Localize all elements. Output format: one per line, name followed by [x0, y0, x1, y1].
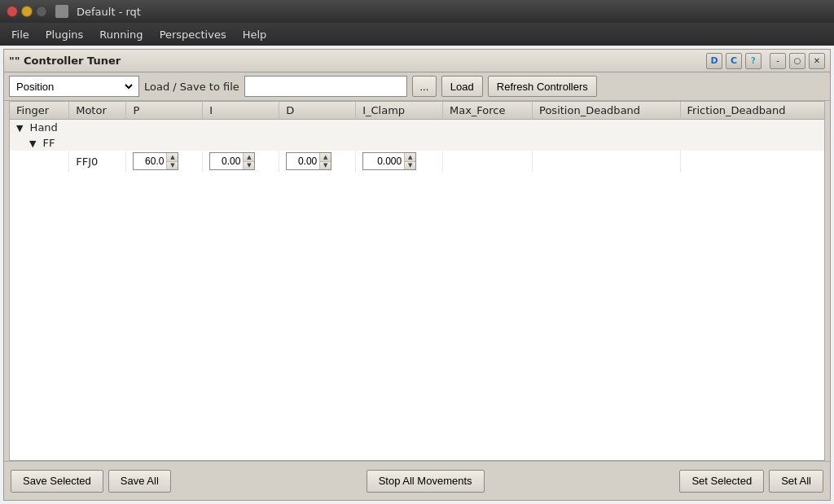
cell-p: ▲ ▼ — [126, 151, 203, 172]
col-motor: Motor — [69, 102, 126, 120]
save-selected-button[interactable]: Save Selected — [11, 470, 103, 493]
cell-finger — [10, 151, 69, 172]
iclamp-arrows: ▲ ▼ — [404, 153, 415, 169]
cell-i: ▲ ▼ — [203, 151, 279, 172]
col-position-deadband: Position_Deadband — [533, 102, 681, 120]
bottom-right-buttons: Set Selected Set All — [679, 470, 823, 493]
d-down-arrow[interactable]: ▼ — [320, 162, 331, 170]
i-spinbox[interactable]: ▲ ▼ — [209, 152, 255, 170]
col-i: I — [203, 102, 279, 120]
iclamp-up-arrow[interactable]: ▲ — [405, 153, 415, 162]
refresh-controllers-button[interactable]: Refresh Controllers — [488, 76, 597, 97]
d-arrows: ▲ ▼ — [319, 153, 331, 169]
app-title-icons: D C ? - ○ ✕ — [706, 53, 825, 69]
window-title: Default - rqt — [77, 6, 141, 18]
c-icon-btn[interactable]: C — [726, 53, 742, 69]
menu-plugins[interactable]: Plugins — [37, 25, 92, 44]
app-title: "" Controller Tuner — [9, 55, 121, 67]
cell-i-clamp: ▲ ▼ — [356, 151, 443, 172]
menu-running[interactable]: Running — [91, 25, 151, 44]
col-i-clamp: I_Clamp — [356, 102, 443, 120]
p-arrows: ▲ ▼ — [166, 153, 178, 169]
p-down-arrow[interactable]: ▼ — [167, 162, 178, 170]
cell-d: ▲ ▼ — [279, 151, 356, 172]
i-down-arrow[interactable]: ▼ — [244, 162, 254, 170]
hand-toggle[interactable]: ▼ — [16, 123, 23, 134]
table-row: FFJ0 ▲ ▼ — [10, 151, 824, 172]
cell-motor: FFJ0 — [69, 151, 126, 172]
app-title-bar: "" Controller Tuner D C ? - ○ ✕ — [4, 50, 830, 72]
set-selected-button[interactable]: Set Selected — [679, 470, 764, 493]
menu-bar: File Plugins Running Perspectives Help — [0, 23, 834, 46]
p-input[interactable] — [134, 153, 166, 169]
table-container: Finger Motor P I D I_Clamp Max_Force Pos… — [9, 101, 825, 461]
close-button[interactable] — [7, 6, 18, 17]
iclamp-input[interactable] — [363, 153, 404, 169]
p-spinbox[interactable]: ▲ ▼ — [133, 152, 178, 170]
menu-file[interactable]: File — [3, 25, 37, 44]
d-up-arrow[interactable]: ▲ — [320, 153, 331, 162]
col-p: P — [126, 102, 203, 120]
help-icon-btn[interactable]: ? — [745, 53, 762, 69]
p-up-arrow[interactable]: ▲ — [167, 153, 178, 162]
table-row: ▼ FF — [10, 135, 824, 151]
d-spinbox[interactable]: ▲ ▼ — [286, 152, 331, 170]
save-all-button[interactable]: Save All — [108, 470, 171, 493]
close-icon-btn[interactable]: ✕ — [809, 53, 825, 69]
load-save-label: Load / Save to file — [144, 81, 239, 93]
table-header-row: Finger Motor P I D I_Clamp Max_Force Pos… — [10, 102, 824, 120]
restore-icon-btn[interactable]: ○ — [789, 53, 805, 69]
stop-all-movements-button[interactable]: Stop All Movements — [367, 470, 485, 493]
hand-group-cell: ▼ Hand — [10, 120, 824, 136]
col-finger: Finger — [10, 102, 69, 120]
i-input[interactable] — [210, 153, 243, 169]
minimize-button[interactable] — [21, 6, 33, 17]
bottom-bar: Save Selected Save All Stop All Movement… — [4, 461, 830, 500]
ff-toggle[interactable]: ▼ — [29, 138, 36, 149]
col-d: D — [279, 102, 356, 120]
ff-group-cell: ▼ FF — [10, 135, 824, 151]
cell-position-deadband — [533, 151, 681, 172]
bottom-left-buttons: Save Selected Save All — [11, 470, 171, 493]
ff-label: FF — [43, 137, 55, 149]
d-icon-btn[interactable]: D — [706, 53, 722, 69]
app-icon — [55, 5, 68, 18]
bottom-center-buttons: Stop All Movements — [367, 470, 485, 493]
cell-max-force — [442, 151, 532, 172]
controller-table: Finger Motor P I D I_Clamp Max_Force Pos… — [10, 102, 824, 172]
window-controls — [7, 6, 47, 17]
file-path-input[interactable] — [244, 76, 407, 97]
d-input[interactable] — [287, 153, 319, 169]
iclamp-spinbox[interactable]: ▲ ▼ — [362, 152, 416, 170]
hand-label: Hand — [30, 121, 58, 134]
menu-help[interactable]: Help — [235, 25, 275, 44]
toolbar: Position Load / Save to file ... Load Re… — [4, 72, 830, 101]
dash-icon-btn[interactable]: - — [770, 53, 786, 69]
col-max-force: Max_Force — [442, 102, 532, 120]
position-combobox[interactable]: Position — [9, 76, 139, 97]
table-row: ▼ Hand — [10, 120, 824, 136]
title-bar: Default - rqt — [0, 0, 834, 23]
i-up-arrow[interactable]: ▲ — [244, 153, 254, 162]
position-select[interactable]: Position — [13, 80, 135, 94]
app-window: "" Controller Tuner D C ? - ○ ✕ Position… — [3, 49, 831, 501]
set-all-button[interactable]: Set All — [769, 470, 823, 493]
load-button[interactable]: Load — [441, 76, 483, 97]
maximize-button[interactable] — [36, 6, 47, 17]
i-arrows: ▲ ▼ — [243, 153, 254, 169]
menu-perspectives[interactable]: Perspectives — [151, 25, 235, 44]
ellipsis-button[interactable]: ... — [412, 76, 437, 97]
iclamp-down-arrow[interactable]: ▼ — [405, 162, 415, 170]
col-friction-deadband: Friction_Deadband — [680, 102, 824, 120]
cell-friction-deadband — [680, 151, 824, 172]
